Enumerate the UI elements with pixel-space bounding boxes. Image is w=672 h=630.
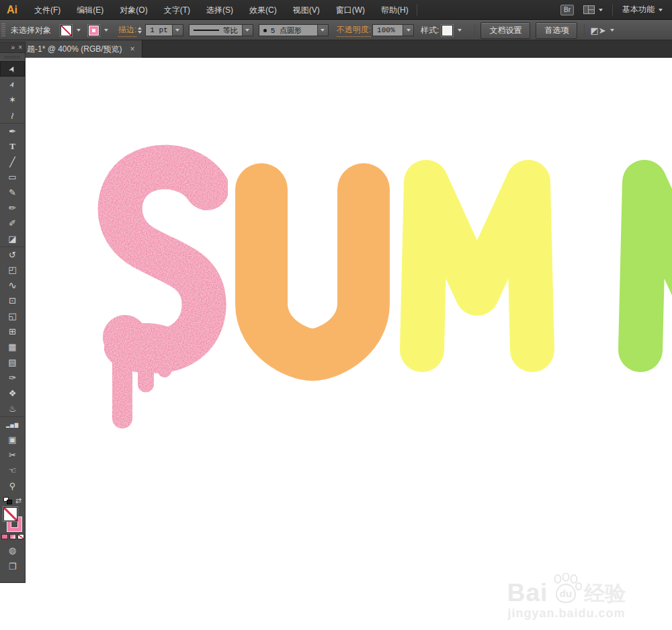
preferences-button[interactable]: 首选项 (536, 22, 577, 39)
stroke-width-dropdown[interactable] (172, 25, 183, 36)
document-tab-bar: 题-1* @ 400% (RGB/预览) × (0, 40, 672, 58)
swap-fill-stroke-icon[interactable]: ⇄ (15, 496, 22, 505)
scale-tool-button[interactable]: ◰ (0, 262, 25, 277)
menu-type[interactable]: 文字(T) (156, 0, 198, 20)
brush-definition-dropdown[interactable] (317, 25, 328, 36)
eyedropper-tool-button[interactable]: ✑ (0, 370, 25, 386)
chevron-down-icon (458, 29, 462, 32)
selection-status: 未选择对象 (5, 25, 60, 36)
fill-swatch[interactable] (3, 507, 17, 521)
selection-options-dropdown[interactable] (608, 25, 617, 36)
pen-tool-icon: ✒ (9, 127, 16, 136)
letter-m (422, 182, 532, 350)
blend-tool-button[interactable]: ❖ (0, 386, 25, 401)
pencil-tool-button[interactable]: ✏ (0, 200, 25, 216)
screen-mode-button[interactable]: ❐ (0, 558, 25, 574)
panel-collapse-icon[interactable]: » (11, 44, 15, 51)
graphic-style-dropdown[interactable] (455, 25, 464, 36)
brush-definition-combo[interactable]: 5 点圆形 (259, 24, 329, 36)
menu-edit[interactable]: 编辑(E) (69, 0, 112, 20)
chevron-down-icon (77, 29, 81, 32)
perspective-grid-tool-button[interactable]: ⊞ (0, 324, 25, 339)
fill-color-dropdown[interactable] (74, 25, 83, 36)
symbol-sprayer-tool-button[interactable]: ♨ (0, 401, 25, 416)
paintbrush-tool-icon: ✎ (9, 188, 16, 197)
color-mode-none-button[interactable] (17, 534, 24, 539)
opacity-panel-link[interactable]: 不透明度: (337, 24, 371, 37)
scale-tool-icon: ◰ (8, 265, 16, 274)
stroke-profile-combo[interactable]: 等比 (189, 24, 253, 36)
lasso-tool-button[interactable]: ≀ (0, 107, 25, 123)
rectangle-tool-icon: ▭ (8, 173, 16, 181)
stroke-panel-link[interactable]: 描边: (118, 24, 136, 37)
stroke-color-swatch[interactable] (88, 25, 99, 36)
stroke-profile-control: 等比 (189, 24, 253, 36)
bridge-button[interactable]: Br (560, 5, 574, 15)
symbol-sprayer-tool-icon: ♨ (9, 404, 17, 413)
brush-definition-value: 5 点圆形 (271, 26, 302, 36)
artboard-canvas[interactable]: Bai du 经验 jingyan.baidu.com (0, 58, 672, 630)
direct-selection-tool-button[interactable]: ➢ (0, 77, 25, 92)
rectangle-tool-button[interactable]: ▭ (0, 169, 25, 185)
type-tool-icon: T (9, 142, 15, 150)
slice-tool-button[interactable]: ✂ (0, 447, 25, 463)
menu-window[interactable]: 窗口(W) (328, 0, 373, 20)
color-mode-gradient-button[interactable] (9, 534, 16, 539)
menu-effect[interactable]: 效果(C) (241, 0, 285, 20)
watermark-url: jingyan.baidu.com (496, 606, 637, 621)
menu-select[interactable]: 选择(S) (198, 0, 241, 20)
column-graph-tool-button[interactable]: ▂▅▇ (0, 416, 25, 432)
eraser-tool-button[interactable]: ◪ (0, 231, 25, 246)
arrange-documents-button[interactable] (581, 5, 605, 14)
menu-object[interactable]: 对象(O) (112, 0, 155, 20)
perspective-grid-tool-icon: ⊞ (9, 327, 16, 336)
line-segment-tool-button[interactable]: ╱ (0, 154, 25, 169)
document-tab-close-icon[interactable]: × (130, 44, 135, 54)
panel-close-icon[interactable]: × (18, 44, 22, 51)
width-tool-button[interactable]: ∿ (0, 277, 25, 293)
stroke-profile-dropdown[interactable] (242, 25, 253, 36)
hand-tool-button[interactable]: ☜ (0, 463, 25, 478)
color-mode-color-button[interactable] (1, 534, 8, 539)
line-segment-tool-icon: ╱ (9, 157, 15, 167)
menu-help[interactable]: 帮助(H) (373, 0, 417, 20)
graphic-style-swatch[interactable] (442, 25, 453, 36)
artboard-tool-button[interactable]: ▣ (0, 432, 25, 447)
type-tool-button[interactable]: T (0, 138, 25, 154)
stroke-profile-preview (194, 30, 219, 31)
magic-wand-tool-button[interactable]: ✶ (0, 92, 25, 107)
shape-builder-tool-button[interactable]: ◱ (0, 308, 25, 324)
menu-view[interactable]: 视图(V) (285, 0, 328, 20)
opacity-combo[interactable]: 100% (372, 24, 414, 36)
opacity-control: 100% (372, 24, 414, 36)
tools-panel-grip[interactable] (5, 54, 20, 60)
direct-selection-tool-icon: ➢ (7, 79, 17, 89)
stroke-width-combo[interactable]: 1 pt (145, 24, 183, 36)
gradient-tool-button[interactable]: ▤ (0, 355, 25, 370)
isolate-selection-icon[interactable]: ◩➤ (590, 26, 605, 36)
zoom-tool-button[interactable]: ⚲ (0, 478, 25, 494)
stroke-width-stepper[interactable] (138, 27, 142, 34)
menu-file[interactable]: 文件(F) (26, 0, 69, 20)
workspace-switcher[interactable]: 基本功能 (620, 4, 665, 15)
opacity-dropdown[interactable] (403, 25, 413, 36)
rotate-tool-button[interactable]: ↺ (0, 246, 25, 262)
drawing-mode-button[interactable]: ◍ (0, 542, 25, 558)
illustrator-logo: Ai (0, 4, 26, 16)
shape-builder-tool-icon: ◱ (8, 312, 16, 320)
blob-brush-tool-button[interactable]: ✐ (0, 216, 25, 231)
free-transform-tool-button[interactable]: ⊡ (0, 293, 25, 308)
control-bar-grip[interactable] (1, 24, 5, 37)
width-tool-icon: ∿ (8, 280, 17, 290)
pen-tool-button[interactable]: ✒ (0, 123, 25, 138)
default-fill-stroke-icon[interactable] (3, 497, 12, 504)
mesh-tool-button[interactable]: ▦ (0, 339, 25, 355)
selection-tool-button[interactable]: ➤ (0, 61, 25, 77)
document-setup-button[interactable]: 文档设置 (480, 22, 530, 39)
stroke-color-dropdown[interactable] (101, 25, 110, 36)
fill-color-swatch[interactable] (60, 25, 72, 36)
selection-tool-icon: ➤ (7, 64, 17, 73)
paintbrush-tool-button[interactable]: ✎ (0, 185, 25, 200)
screen-mode-icon: ❐ (9, 561, 17, 572)
watermark-jingyan-text: 经验 (584, 583, 626, 604)
